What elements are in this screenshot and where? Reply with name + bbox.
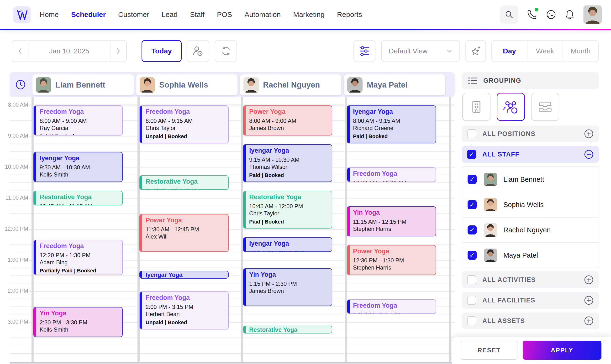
staff-column-header[interactable]: Sophia Wells (136, 74, 238, 95)
call-button[interactable] (527, 9, 537, 20)
staff-filter-row[interactable]: ✓Rachel Nguyen (462, 217, 598, 242)
event-status: Unpaid | Booked (146, 319, 226, 325)
nav-item-staff[interactable]: Staff (190, 11, 205, 19)
current-date[interactable]: Jan 10, 2025 (28, 40, 110, 62)
prev-day-button[interactable] (12, 40, 28, 62)
calendar-header-strip: Liam BennettSophia WellsRachel NguyenMay… (10, 72, 455, 97)
all-facilities-row[interactable]: ALL FACILITIES (462, 292, 599, 309)
nav-item-marketing[interactable]: Marketing (293, 11, 325, 19)
calendar-event[interactable]: Restorative Yoga10:45 AM - 12:00 PMChris… (243, 191, 332, 229)
expand-plus-icon[interactable] (584, 129, 594, 139)
calendar-event[interactable]: Iyengar Yoga (139, 271, 229, 279)
calendar-event[interactable]: Freedom Yoga2:15 PM - 2:45 PM (347, 299, 436, 314)
calendar-event[interactable]: Iyengar Yoga8:00 AM - 9:15 AMRichard Gre… (347, 105, 436, 143)
calendar-event[interactable]: Power Yoga11:30 AM - 12:45 PMAlex Will (139, 214, 229, 252)
app-logo[interactable] (13, 6, 30, 23)
calendar-event[interactable]: Yin Yoga11:15 AM - 12:15 PMStephen Harri… (347, 206, 436, 236)
staff-filter-name: Maya Patel (503, 251, 538, 259)
all-positions-row[interactable]: ALL POSITIONS (462, 126, 599, 142)
all-facilities-checkbox[interactable] (467, 296, 476, 305)
event-time: 2:00 PM - 3:15 PM (146, 303, 226, 310)
view-mode-day[interactable]: Day (492, 40, 527, 62)
calendar-event[interactable]: Yin Yoga2:30 PM - 3:30 PMKells Smith (33, 307, 123, 337)
staff-column-header[interactable]: Maya Patel (344, 74, 445, 95)
staff-checkbox[interactable]: ✓ (467, 251, 477, 260)
nav-item-scheduler[interactable]: Scheduler (71, 11, 106, 19)
apply-button[interactable]: APPLY (523, 341, 601, 360)
calendar-event[interactable]: Power Yoga8:00 AM - 9:00 AMJames Brown (243, 105, 332, 135)
all-staff-row[interactable]: ✓ ALL STAFF (462, 146, 599, 163)
notifications-button[interactable] (565, 9, 575, 20)
staff-filter-row[interactable]: ✓Sophia Wells (462, 192, 598, 217)
calendar-event[interactable]: Restorative Yoga (243, 325, 332, 334)
nav-item-customer[interactable]: Customer (118, 11, 149, 19)
staff-column-header[interactable]: Rachel Nguyen (240, 74, 341, 95)
all-positions-checkbox[interactable] (467, 129, 476, 138)
nav-item-automation[interactable]: Automation (244, 11, 281, 19)
staff-avatar (484, 173, 497, 186)
all-staff-checkbox[interactable]: ✓ (467, 150, 476, 159)
nav-item-lead[interactable]: Lead (161, 11, 178, 19)
calendar-event[interactable]: Freedom Yoga10:00 AM - 10:30 AM (347, 168, 436, 182)
staff-schedule-button[interactable] (187, 40, 209, 62)
expand-plus-icon[interactable] (584, 316, 594, 326)
search-button[interactable] (500, 5, 518, 24)
view-mode-switcher: DayWeekMonth (491, 40, 598, 62)
event-time: 12:20 PM - 1:30 PM (40, 252, 120, 259)
calendar-event[interactable]: Freedom Yoga2:00 PM - 3:15 PMHerbert Bea… (139, 291, 229, 329)
calendar-event[interactable]: Power Yoga12:30 PM - 1:30 PMStephen Harr… (347, 245, 436, 275)
view-dropdown-value: Default View (389, 47, 427, 55)
staff-checkbox[interactable]: ✓ (467, 175, 477, 184)
staff-checkbox[interactable]: ✓ (467, 200, 477, 209)
staff-filter-name: Sophia Wells (503, 201, 544, 209)
event-title: Power Yoga (353, 247, 433, 255)
event-customer: Ray Garcia (40, 125, 120, 131)
calendar-event[interactable]: Freedom Yoga8:00 AM - 9:15 AMChris Taylo… (139, 105, 229, 143)
calendar-event[interactable]: Restorative Yoga10:45 AM - 11:15 AM (33, 191, 123, 205)
event-time: 10:45 AM - 11:15 AM (40, 203, 120, 205)
logo-w-icon (16, 9, 28, 21)
event-content: Freedom Yoga2:15 PM - 2:45 PM (353, 300, 436, 314)
staff-column-header[interactable]: Liam Bennett (32, 74, 134, 95)
view-mode-week[interactable]: Week (527, 40, 563, 62)
calendar-event[interactable]: Iyengar Yoga9:15 AM - 10:30 AMThomas Wil… (243, 144, 332, 182)
group-by-facility-button[interactable] (462, 93, 491, 121)
refresh-button[interactable] (215, 40, 237, 62)
expand-plus-icon[interactable] (584, 275, 594, 285)
all-assets-checkbox[interactable] (467, 316, 476, 325)
expand-plus-icon[interactable] (584, 295, 594, 305)
event-time: 8:00 AM - 9:00 AM (249, 117, 329, 124)
nav-item-home[interactable]: Home (40, 11, 59, 19)
calendar-event[interactable]: Freedom Yoga8:00 AM - 9:00 AMRay GarciaP… (33, 105, 123, 135)
filters-button[interactable] (354, 40, 375, 62)
save-view-button[interactable] (465, 40, 486, 62)
staff-filter-row[interactable]: ✓Maya Patel (462, 242, 598, 268)
next-day-button[interactable] (110, 40, 126, 62)
all-assets-row[interactable]: ALL ASSETS (462, 312, 599, 329)
calendar-grid[interactable]: 8:00 AM9:00 AM10:00 AM11:00 AM12:00 PM1:… (10, 97, 455, 362)
staff-checkbox[interactable]: ✓ (467, 225, 477, 234)
event-title: Power Yoga (146, 216, 226, 224)
all-activities-checkbox[interactable] (467, 275, 476, 284)
all-activities-row[interactable]: ALL ACTIVITIES (462, 272, 599, 288)
whatsapp-button[interactable] (545, 9, 557, 20)
staff-filter-row[interactable]: ✓Liam Bennett (462, 167, 598, 192)
view-mode-month[interactable]: Month (563, 40, 598, 62)
event-time: 11:15 AM - 12:15 PM (353, 218, 433, 225)
calendar-event[interactable]: Freedom Yoga12:20 PM - 1:30 PMAdam BingP… (33, 240, 123, 275)
horizontal-scrollbar[interactable] (10, 362, 455, 364)
calendar-event[interactable]: Iyengar Yoga9:30 AM - 10:30 AMKells Smit… (33, 152, 123, 182)
all-assets-label: ALL ASSETS (482, 317, 525, 325)
calendar-event[interactable]: Iyengar Yoga12:15 PM - 12:45 PM (243, 237, 332, 252)
nav-item-pos[interactable]: POS (217, 11, 232, 19)
calendar-event[interactable]: Yin Yoga1:15 PM - 2:30 PMJames Brown (243, 268, 332, 306)
collapse-minus-icon[interactable] (584, 149, 594, 159)
calendar-event[interactable]: Restorative Yoga10:15 AM - 10:45 AM (139, 175, 229, 190)
user-avatar[interactable] (583, 5, 602, 24)
reset-button[interactable]: RESET (461, 341, 518, 360)
today-button[interactable]: Today (142, 40, 182, 62)
view-dropdown[interactable]: Default View (381, 40, 460, 62)
nav-item-reports[interactable]: Reports (337, 11, 362, 19)
group-by-asset-button[interactable] (531, 93, 559, 121)
group-by-staff-button[interactable] (497, 93, 525, 121)
